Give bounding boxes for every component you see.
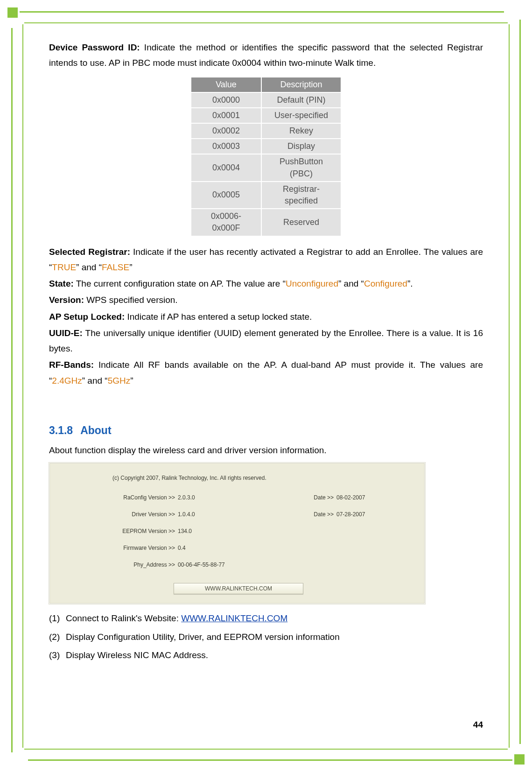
about-label: Firmware Version >> bbox=[49, 543, 178, 553]
about-label: Phy_Address >> bbox=[49, 560, 178, 570]
table-row: 0x0000Default (PIN) bbox=[191, 92, 341, 108]
text: ” bbox=[129, 262, 132, 272]
value-24ghz: 2.4GHz bbox=[52, 376, 82, 386]
list-text: Connect to Ralink's Website: WWW.RALINKT… bbox=[66, 611, 287, 626]
table-cell: User-specified bbox=[261, 108, 341, 123]
text: The current configuration state on AP. T… bbox=[74, 279, 286, 288]
uuid-paragraph: UUID-E: The universally unique identifie… bbox=[49, 325, 483, 357]
uuid-label: UUID-E: bbox=[49, 328, 83, 338]
device-password-id-paragraph: Device Password ID: Indicate the method … bbox=[49, 40, 483, 71]
device-password-id-label: Device Password ID: bbox=[49, 42, 140, 52]
text: The universally unique identifier (UUID)… bbox=[49, 328, 483, 353]
text: ” and “ bbox=[76, 262, 102, 272]
rfbands-paragraph: RF-Bands: Indicate All RF bands availabl… bbox=[49, 357, 483, 388]
value-unconfigured: Unconfigured bbox=[286, 279, 338, 288]
apsetup-paragraph: AP Setup Locked: Indicate if AP has ente… bbox=[49, 309, 483, 324]
page: Device Password ID: Indicate the method … bbox=[0, 0, 532, 772]
about-date-label: Date >> bbox=[248, 493, 336, 503]
table-header-row: Value Description bbox=[191, 77, 341, 92]
about-copyright: (c) Copyright 2007, Ralink Technology, I… bbox=[112, 473, 266, 483]
list-number: (1) bbox=[49, 611, 66, 626]
about-date-value: 08-02-2007 bbox=[336, 493, 383, 503]
table-cell: Rekey bbox=[261, 123, 341, 139]
table-row: 0x0002Rekey bbox=[191, 123, 341, 139]
table-header-description: Description bbox=[261, 77, 341, 92]
state-paragraph: State: The current configuration state o… bbox=[49, 276, 483, 291]
text: ” and “ bbox=[82, 376, 108, 386]
table-row: 0x0005Registrar-specified bbox=[191, 182, 341, 209]
section-caption: About function display the wireless card… bbox=[49, 442, 483, 458]
rfbands-label: RF-Bands: bbox=[49, 360, 94, 370]
section-number: 3.1.8 bbox=[49, 424, 73, 436]
page-number: 44 bbox=[473, 717, 483, 732]
about-row-raconfig: RaConfig Version >> 2.0.3.0 Date >> 08-0… bbox=[49, 493, 425, 503]
table-cell: 0x0001 bbox=[191, 108, 261, 123]
text: Connect to Ralink's Website: bbox=[66, 613, 181, 623]
content-area: Device Password ID: Indicate the method … bbox=[49, 40, 483, 732]
table-row: 0x0004PushButton (PBC) bbox=[191, 154, 341, 181]
table-cell: 0x0004 bbox=[191, 154, 261, 181]
section-title: About bbox=[80, 424, 111, 436]
ralinktech-link[interactable]: WWW.RALINKTECH.COM bbox=[181, 613, 287, 623]
section-heading-about: 3.1.8About bbox=[49, 421, 483, 440]
value-configured: Configured bbox=[364, 279, 407, 288]
list-text: Display Configuration Utility, Driver, a… bbox=[66, 629, 340, 645]
table-header-value: Value bbox=[191, 77, 261, 92]
text: WPS specified version. bbox=[84, 295, 178, 305]
table-cell: 0x0003 bbox=[191, 139, 261, 154]
about-value: 1.0.4.0 bbox=[178, 510, 248, 519]
about-label: RaConfig Version >> bbox=[49, 493, 178, 503]
value-description-table: Value Description 0x0000Default (PIN) 0x… bbox=[191, 77, 341, 236]
numbered-list: (1) Connect to Ralink's Website: WWW.RAL… bbox=[49, 611, 483, 663]
value-false: FALSE bbox=[102, 262, 129, 272]
state-label: State: bbox=[49, 279, 74, 288]
table-cell: 0x0002 bbox=[191, 123, 261, 139]
value-5ghz: 5GHz bbox=[108, 376, 131, 386]
about-label: Driver Version >> bbox=[49, 510, 178, 519]
about-value: 134.0 bbox=[178, 526, 248, 536]
selected-registrar-paragraph: Selected Registrar: Indicate if the user… bbox=[49, 244, 483, 275]
about-row-eeprom: EEPROM Version >> 134.0 bbox=[49, 526, 425, 536]
version-paragraph: Version: WPS specified version. bbox=[49, 292, 483, 308]
list-item: (2) Display Configuration Utility, Drive… bbox=[49, 629, 483, 645]
table-cell: Display bbox=[261, 139, 341, 154]
about-row-phyaddress: Phy_Address >> 00-06-4F-55-88-77 bbox=[49, 560, 425, 570]
about-date-label: Date >> bbox=[248, 510, 336, 519]
about-row-driver: Driver Version >> 1.0.4.0 Date >> 07-28-… bbox=[49, 510, 425, 519]
table-cell: 0x0005 bbox=[191, 182, 261, 209]
table-cell: Reserved bbox=[261, 209, 341, 235]
ralinktech-button[interactable]: WWW.RALINKTECH.COM bbox=[174, 583, 303, 594]
list-number: (2) bbox=[49, 629, 66, 645]
about-value: 0.4 bbox=[178, 543, 248, 553]
table-row: 0x0003Display bbox=[191, 139, 341, 154]
list-number: (3) bbox=[49, 647, 66, 663]
table-cell: PushButton (PBC) bbox=[261, 154, 341, 181]
text: ” and “ bbox=[338, 279, 364, 288]
table-cell: 0x0000 bbox=[191, 92, 261, 108]
text: Indicate if AP has entered a setup locke… bbox=[125, 312, 312, 322]
about-value: 00-06-4F-55-88-77 bbox=[178, 560, 280, 570]
list-item: (1) Connect to Ralink's Website: WWW.RAL… bbox=[49, 611, 483, 626]
selected-registrar-label: Selected Registrar: bbox=[49, 247, 130, 257]
text: ” bbox=[130, 376, 133, 386]
table-row: 0x0006-0x000FReserved bbox=[191, 209, 341, 235]
value-true: TRUE bbox=[52, 262, 76, 272]
version-label: Version: bbox=[49, 295, 84, 305]
list-text: Display Wireless NIC MAC Address. bbox=[66, 647, 208, 663]
text: ”. bbox=[407, 279, 413, 288]
list-item: (3) Display Wireless NIC MAC Address. bbox=[49, 647, 483, 663]
about-panel: (c) Copyright 2007, Ralink Technology, I… bbox=[49, 463, 425, 604]
about-label: EEPROM Version >> bbox=[49, 526, 178, 536]
apsetup-label: AP Setup Locked: bbox=[49, 312, 125, 322]
table-cell: 0x0006-0x000F bbox=[191, 209, 261, 235]
about-row-firmware: Firmware Version >> 0.4 bbox=[49, 543, 425, 553]
table-row: 0x0001User-specified bbox=[191, 108, 341, 123]
table-cell: Default (PIN) bbox=[261, 92, 341, 108]
about-date-value: 07-28-2007 bbox=[336, 510, 383, 519]
table-cell: Registrar-specified bbox=[261, 182, 341, 209]
about-value: 2.0.3.0 bbox=[178, 493, 248, 503]
